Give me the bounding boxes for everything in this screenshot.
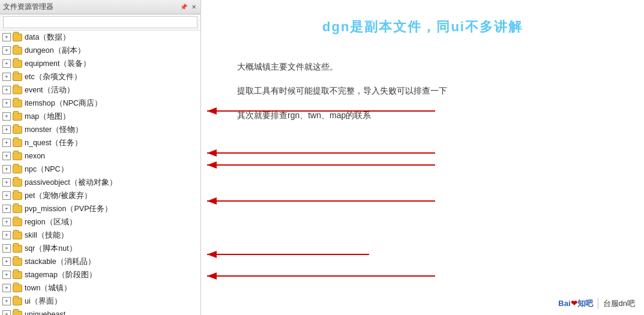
tree-item[interactable]: +region（区域） (0, 215, 200, 229)
expand-button[interactable]: + (2, 152, 11, 160)
folder-icon (13, 60, 22, 68)
title-bar-icons: 📌 ✕ (179, 3, 197, 11)
tree-item[interactable]: +sqr（脚本nut） (0, 242, 200, 255)
content-paragraphs: 大概城镇主要文件就这些。 提取工具有时候可能提取不完整，导入失败可以排查一下 其… (237, 60, 626, 122)
tree-item-label: event（活动） (25, 84, 74, 96)
para-2: 提取工具有时候可能提取不完整，导入失败可以排查一下 (237, 84, 626, 97)
folder-icon (13, 245, 22, 253)
folder-icon (13, 139, 22, 147)
expand-button[interactable]: + (2, 73, 11, 81)
expand-button[interactable]: + (2, 59, 11, 68)
tree-item[interactable]: +town（城镇） (0, 281, 200, 295)
tree-item-label: ui（界面） (25, 295, 62, 307)
expand-button[interactable]: + (2, 205, 11, 213)
tree-item[interactable]: +data（数据） (0, 31, 200, 44)
folder-icon (13, 284, 22, 292)
tree-item[interactable]: +skill（技能） (0, 229, 200, 242)
search-bar (0, 14, 200, 31)
tree-item[interactable]: +pvp_mission（PVP任务） (0, 202, 200, 215)
tree-item[interactable]: +event（活动） (0, 83, 200, 97)
expand-button[interactable]: + (2, 33, 11, 41)
content-heading: dgn是副本文件，同ui不多讲解 (219, 18, 626, 36)
window-title: 文件资源管理器 (3, 2, 53, 12)
expand-button[interactable]: + (2, 310, 11, 315)
folder-icon (13, 311, 22, 316)
folder-icon (13, 179, 22, 187)
tree-item[interactable]: +n_quest（任务） (0, 136, 200, 149)
tree-item[interactable]: +dungeon（副本） (0, 44, 200, 57)
pin-button[interactable]: 📌 (179, 3, 188, 11)
para-1: 大概城镇主要文件就这些。 (237, 60, 626, 73)
folder-icon (13, 73, 22, 81)
folder-icon (13, 113, 22, 121)
baidu-icon: ❤ (571, 299, 577, 308)
tree-item[interactable]: +nexon (0, 149, 200, 163)
tree-item-label: pvp_mission（PVP任务） (25, 203, 113, 215)
tree-item-label: etc（杂项文件） (25, 71, 82, 83)
tree-item-label: uniquebeast (25, 308, 65, 315)
tree-item[interactable]: +npc（NPC） (0, 163, 200, 176)
tree-item[interactable]: +pet（宠物/被废弃） (0, 189, 200, 202)
tree-item[interactable]: +map（地图） (0, 110, 200, 123)
expand-button[interactable]: + (2, 284, 11, 292)
title-bar: 文件资源管理器 📌 ✕ (0, 0, 200, 14)
tree-item[interactable]: +itemshop（NPC商店） (0, 97, 200, 110)
expand-button[interactable]: + (2, 297, 11, 305)
tree-item-label: region（区域） (25, 216, 77, 228)
expand-button[interactable]: + (2, 139, 11, 147)
search-input[interactable] (3, 16, 197, 28)
folder-icon (13, 152, 22, 160)
tree-item[interactable]: +passiveobject（被动对象） (0, 176, 200, 189)
tree-item[interactable]: +etc（杂项文件） (0, 70, 200, 83)
folder-icon (13, 232, 22, 239)
watermark: Bai❤知吧 台服dn吧 (558, 298, 635, 309)
tree-view[interactable]: +data（数据）+dungeon（副本）+equipment（装备）+etc（… (0, 31, 200, 315)
tree-item-label: data（数据） (25, 31, 70, 43)
expand-button[interactable]: + (2, 112, 11, 121)
tree-item[interactable]: +equipment（装备） (0, 57, 200, 70)
folder-icon (13, 192, 22, 200)
tree-item[interactable]: +stackable（消耗品） (0, 255, 200, 268)
folder-icon (13, 218, 22, 226)
tree-item-label: sqr（脚本nut） (25, 242, 77, 254)
tree-item-label: skill（技能） (25, 229, 68, 241)
folder-icon (13, 126, 22, 134)
expand-button[interactable]: + (2, 86, 11, 94)
content-area: dgn是副本文件，同ui不多讲解 大概城镇主要文件就这些。 提取工具有时候可能提… (201, 0, 644, 315)
tree-item-label: pet（宠物/被废弃） (25, 190, 92, 202)
folder-icon (13, 100, 22, 107)
tree-item[interactable]: +stagemap（阶段图） (0, 268, 200, 281)
title-bar-left: 文件资源管理器 (3, 2, 53, 12)
folder-icon (13, 205, 22, 213)
expand-button[interactable]: + (2, 125, 11, 134)
tree-item-label: dungeon（副本） (25, 44, 85, 56)
expand-button[interactable]: + (2, 191, 11, 200)
baidu-text-2: 知吧 (577, 299, 593, 308)
folder-icon (13, 34, 22, 41)
expand-button[interactable]: + (2, 218, 11, 226)
expand-button[interactable]: + (2, 257, 11, 266)
tree-item[interactable]: +monster（怪物） (0, 123, 200, 136)
tree-item-label: map（地图） (25, 110, 70, 122)
folder-icon (13, 47, 22, 55)
site-name: 台服dn吧 (598, 298, 635, 309)
tree-item[interactable]: +ui（界面） (0, 295, 200, 308)
tree-item-label: town（城镇） (25, 282, 71, 294)
tree-item-label: itemshop（NPC商店） (25, 97, 102, 109)
expand-button[interactable]: + (2, 99, 11, 107)
close-button[interactable]: ✕ (190, 3, 197, 11)
expand-button[interactable]: + (2, 231, 11, 239)
expand-button[interactable]: + (2, 271, 11, 279)
expand-button[interactable]: + (2, 178, 11, 187)
folder-icon (13, 298, 22, 305)
tree-item-label: stackable（消耗品） (25, 256, 95, 268)
expand-button[interactable]: + (2, 46, 11, 55)
expand-button[interactable]: + (2, 244, 11, 253)
expand-button[interactable]: + (2, 165, 11, 173)
tree-item[interactable]: +uniquebeast (0, 308, 200, 315)
folder-icon (13, 271, 22, 279)
arrows-overlay (201, 0, 644, 315)
tree-item-label: monster（怪物） (25, 124, 83, 136)
tree-item-label: stagemap（阶段图） (25, 269, 97, 281)
folder-icon (13, 166, 22, 173)
